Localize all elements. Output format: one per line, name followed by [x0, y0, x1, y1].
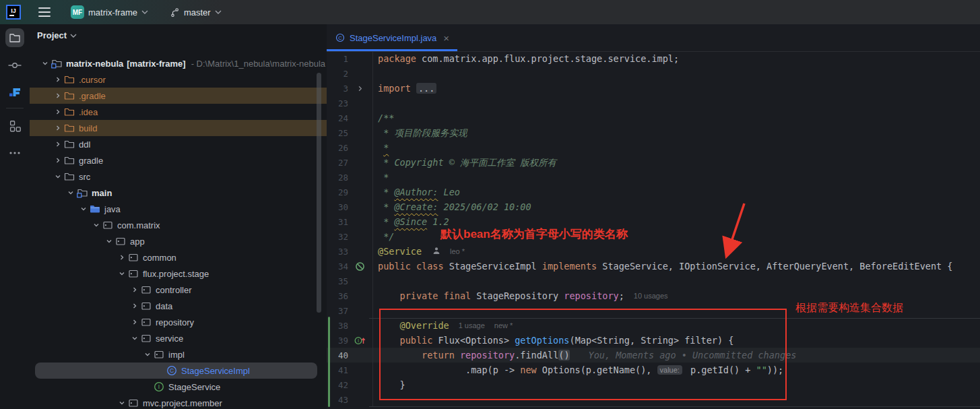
method-separator: [369, 406, 980, 407]
tree-item-java[interactable]: java: [30, 201, 327, 217]
code-line-34[interactable]: 34public class StageServiceImpl implemen…: [327, 259, 980, 274]
tree-item-service[interactable]: service: [30, 330, 327, 346]
tree-item-build[interactable]: build: [30, 120, 327, 136]
implements-gutter-icon[interactable]: I: [348, 336, 371, 346]
code-line-28[interactable]: 28 *: [327, 170, 980, 185]
tree-item-controller[interactable]: controller: [30, 282, 327, 298]
tree-chevron-icon[interactable]: [52, 75, 64, 84]
code-line-29[interactable]: 29 * @Author: Leo: [327, 185, 980, 199]
code-line-38[interactable]: 38 @Override1 usagenew *: [327, 318, 980, 333]
code-line-35[interactable]: 35: [327, 274, 980, 288]
tree-item-data[interactable]: data: [30, 298, 327, 314]
structure-tool-button[interactable]: [5, 117, 24, 135]
vcs-branch-widget[interactable]: master: [164, 5, 227, 20]
code-line-3[interactable]: 3import ...: [327, 81, 980, 96]
commit-tool-button[interactable]: [5, 56, 24, 75]
tree-chevron-icon[interactable]: [116, 253, 128, 261]
tree-item-main[interactable]: main: [30, 185, 327, 201]
tree-item-label: gradle: [79, 156, 103, 166]
tree-chevron-icon[interactable]: [129, 318, 141, 326]
tab-stageserviceimpl-java[interactable]: C StageServiceImpl.java ×: [327, 24, 457, 51]
spring-bean-gutter-icon[interactable]: [348, 261, 371, 272]
tree-item-app[interactable]: app: [30, 233, 327, 249]
tree-item-label: .idea: [79, 107, 98, 117]
tree-chevron-icon[interactable]: [116, 399, 128, 407]
code-line-2[interactable]: 2: [327, 66, 980, 81]
tree-item-com-matrix[interactable]: com.matrix: [30, 217, 327, 233]
code-line-33[interactable]: 33@Serviceleo *: [327, 244, 980, 259]
tree-item-stageserviceimpl[interactable]: CStageServiceImpl: [35, 363, 317, 379]
tree-chevron-icon[interactable]: [52, 140, 64, 148]
code-line-42[interactable]: 42 }: [327, 377, 980, 392]
code-line-37[interactable]: 37: [327, 303, 980, 318]
tree-chevron-icon[interactable]: [141, 350, 154, 358]
tree-chevron-icon[interactable]: [116, 270, 128, 278]
token-txt: Flux<Options>: [432, 335, 515, 346]
code-line-24[interactable]: 24/**: [327, 111, 980, 125]
project-widget[interactable]: MF matrix-frame: [65, 3, 154, 22]
tree-item--cursor[interactable]: .cursor: [30, 71, 327, 88]
tree-chevron-icon[interactable]: [90, 221, 102, 229]
tree-chevron-icon[interactable]: [52, 108, 64, 116]
code-text: }: [373, 377, 405, 392]
code-line-1[interactable]: 1package com.matrix.app.flux.project.sta…: [327, 51, 980, 66]
tree-item--idea[interactable]: .idea: [30, 104, 327, 120]
token-cmt: *: [378, 172, 389, 183]
token-fold: ...: [416, 83, 436, 94]
code-line-27[interactable]: 27 * Copyright © 海平面工作室 版权所有: [327, 155, 980, 170]
project-panel-header[interactable]: Project: [37, 30, 77, 40]
fold-chevron-icon[interactable]: [348, 85, 371, 92]
tree-chevron-icon[interactable]: [65, 189, 77, 197]
tree-item-ddl[interactable]: ddl: [30, 136, 327, 152]
code-line-32[interactable]: 32 */: [327, 229, 980, 244]
tab-close-icon[interactable]: ×: [443, 33, 449, 43]
line-number: 26: [327, 143, 348, 153]
code-line-43[interactable]: 43: [327, 392, 980, 407]
code-line-41[interactable]: 41 .map(p -> new Options(p.getName(), va…: [327, 363, 980, 377]
tree-chevron-icon[interactable]: [39, 59, 51, 67]
tree-item-common[interactable]: common: [30, 249, 327, 265]
tree-chevron-icon[interactable]: [129, 302, 141, 310]
package-icon: [128, 252, 139, 263]
code-line-26[interactable]: 26 *: [327, 140, 980, 155]
tree-chevron-icon[interactable]: [103, 237, 115, 245]
tree-item--gradle[interactable]: .gradle: [30, 88, 327, 104]
matrix-plugin-tool-button[interactable]: [5, 83, 24, 102]
tree-item-repository[interactable]: repository: [30, 314, 327, 330]
project-tool-button[interactable]: [5, 28, 24, 47]
tree-chevron-icon[interactable]: [52, 172, 64, 181]
svg-text:IJ: IJ: [11, 7, 16, 14]
more-tool-windows-button[interactable]: [5, 144, 24, 162]
code-line-40[interactable]: 40 return repository.findAll()You, Momen…: [327, 348, 980, 363]
tree-chevron-icon[interactable]: [77, 205, 90, 213]
tree-item-gradle[interactable]: gradle: [30, 152, 327, 168]
folder-badge-icon: [77, 187, 88, 198]
main-toolbar: IJ MF matrix-frame master: [0, 0, 980, 24]
tree-chevron-icon[interactable]: [52, 92, 64, 100]
tree-item-flux-project-stage[interactable]: flux.project.stage: [30, 265, 327, 282]
code-text: * @Author: Leo: [373, 185, 460, 199]
code-line-30[interactable]: 30 * @Create: 2025/06/02 10:00: [327, 199, 980, 214]
token-cmt: * Copyright © 海平面工作室 版权所有: [378, 157, 556, 168]
token-cmt: Leo: [438, 187, 460, 197]
tree-item-impl[interactable]: impl: [30, 346, 327, 363]
tree-scrollbar[interactable]: [317, 73, 321, 313]
code-line-25[interactable]: 25 * 项目阶段服务实现: [327, 125, 980, 140]
code-line-36[interactable]: 36 private final StageRepository reposit…: [327, 288, 980, 303]
tree-item-mvc-project-member[interactable]: mvc.project.member: [30, 395, 327, 409]
tree-chevron-icon[interactable]: [129, 334, 141, 342]
tree-chevron-icon[interactable]: [52, 156, 64, 164]
code-line-23[interactable]: 23: [327, 96, 980, 111]
token-ann: @Override: [400, 320, 449, 331]
tree-item-src[interactable]: src: [30, 168, 327, 185]
code-line-31[interactable]: 31 * @Since 1.2: [327, 214, 980, 229]
tree-item-matrix-nebula[interactable]: matrix-nebula[matrix-frame]- D:\Matrix\1…: [30, 55, 327, 71]
token-fld: repository: [460, 350, 515, 360]
code-text: public class StageServiceImpl implements…: [373, 259, 952, 274]
code-line-39[interactable]: 39I public Flux<Options> getOptions(Map<…: [327, 333, 980, 348]
tree-item-stageservice[interactable]: IStageService: [30, 379, 327, 395]
hamburger-menu-icon[interactable]: [33, 5, 56, 20]
tree-chevron-icon[interactable]: [52, 124, 64, 132]
class-icon: C: [335, 33, 345, 42]
tree-chevron-icon[interactable]: [129, 286, 141, 294]
